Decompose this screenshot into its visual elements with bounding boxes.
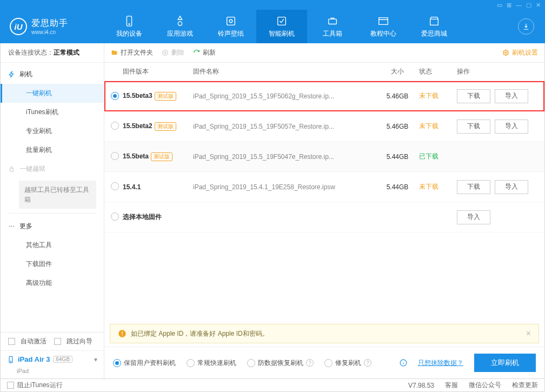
logo: iU 爱思助手 www.i4.cn — [0, 18, 104, 35]
erase-data-link[interactable]: 只想抹除数据？ — [418, 358, 463, 368]
status-link-update[interactable]: 检查更新 — [512, 381, 538, 390]
skip-guide-checkbox[interactable] — [54, 338, 61, 345]
col-status: 状态 — [419, 67, 457, 76]
nav-ring[interactable]: 铃声壁纸 — [205, 10, 256, 43]
firmware-row[interactable]: 15.5beta测试版iPad_Spring_2019_15.5_19F5047… — [104, 142, 544, 172]
fw-action-button[interactable]: 导入 — [495, 119, 528, 134]
sidebar-item-more-2[interactable]: 高级功能 — [1, 274, 104, 293]
fw-action-button[interactable]: 导入 — [495, 180, 528, 194]
device-row[interactable]: iPad Air 3 64GB ▾ — [1, 350, 104, 368]
download-indicator-icon[interactable] — [518, 18, 534, 35]
sidebar-item-flash-1[interactable]: iTunes刷机 — [1, 103, 104, 122]
open-folder-button[interactable]: 打开文件夹 — [111, 48, 153, 57]
nav-tools[interactable]: 工具箱 — [307, 10, 358, 43]
fw-version: 15.5beta3测试版 — [123, 92, 193, 101]
sidebar-group-jailbreak: 一键越狱 — [1, 160, 104, 178]
titlebar-grid-icon[interactable]: ⊞ — [507, 2, 511, 9]
flash-mode-option[interactable]: 防数据恢复刷机? — [247, 358, 314, 368]
firmware-row[interactable]: 选择本地固件导入 — [104, 202, 544, 232]
firmware-row[interactable]: 15.4.1iPad_Spring_2019_15.4.1_19E258_Res… — [104, 172, 544, 202]
sidebar-item-more-1[interactable]: 下载固件 — [1, 255, 104, 274]
fw-status: 未下载 — [419, 122, 457, 131]
firmware-list: 15.5beta3测试版iPad_Spring_2019_15.5_19F506… — [104, 81, 544, 321]
flash-mode-option[interactable]: 修复刷机? — [324, 358, 371, 368]
titlebar-min-icon[interactable]: — — [516, 2, 522, 8]
status-link-support[interactable]: 客服 — [445, 381, 458, 390]
dropdown-icon[interactable]: ▾ — [94, 356, 97, 363]
warning-icon — [118, 329, 127, 338]
firmware-row[interactable]: 15.5beta2测试版iPad_Spring_2019_15.5_19F505… — [104, 111, 544, 142]
skip-guide-label: 跳过向导 — [67, 337, 92, 346]
fw-action-button[interactable]: 导入 — [495, 89, 528, 103]
sidebar-group-flash-label: 刷机 — [19, 70, 32, 79]
device-name: iPad Air 3 — [18, 355, 50, 363]
mode-radio[interactable] — [324, 359, 333, 367]
flash-settings-button[interactable]: 刷机设置 — [502, 48, 538, 57]
flash-mode-option[interactable]: 常规快速刷机 — [187, 358, 236, 368]
sidebar-item-flash-0[interactable]: 一键刷机 — [1, 84, 104, 103]
sidebar-group-flash[interactable]: 刷机 — [1, 65, 104, 84]
start-flash-button[interactable]: 立即刷机 — [474, 354, 536, 372]
flash-mode-option[interactable]: 保留用户资料刷机 — [113, 358, 176, 368]
fw-radio[interactable] — [111, 122, 119, 130]
nav-device[interactable]: 我的设备 — [104, 10, 155, 43]
fw-radio[interactable] — [111, 152, 119, 160]
col-action: 操作 — [457, 67, 538, 76]
tip-close-icon[interactable]: × — [526, 329, 531, 338]
mode-radio[interactable] — [187, 359, 195, 367]
flash-mode-bar: 保留用户资料刷机常规快速刷机防数据恢复刷机?修复刷机? 只想抹除数据？ 立即刷机 — [104, 347, 544, 378]
svg-point-2 — [178, 21, 182, 25]
svg-point-10 — [13, 225, 14, 227]
nav-apps[interactable]: 应用游戏 — [155, 10, 205, 43]
fw-radio[interactable] — [111, 92, 119, 100]
fw-actions: 下载导入 — [457, 119, 538, 134]
sidebar-item-more-0[interactable]: 其他工具 — [1, 236, 104, 255]
fw-name: iPad_Spring_2019_15.5_19F5062g_Restore.i… — [193, 92, 376, 100]
auto-activate-checkbox[interactable] — [8, 338, 15, 345]
firmware-list-header: 固件版本 固件名称 大小 状态 操作 — [104, 63, 544, 81]
mode-radio[interactable] — [247, 359, 255, 367]
fw-version: 15.4.1 — [123, 183, 193, 191]
fw-size: 5.46GB — [376, 123, 419, 130]
connection-label: 设备连接状态： — [8, 48, 54, 57]
nav-store[interactable]: 爱思商城 — [409, 10, 460, 43]
titlebar-max-icon[interactable]: ▢ — [526, 2, 531, 9]
nav-label: 爱思商城 — [421, 29, 447, 38]
sidebar-group-more[interactable]: 更多 — [1, 217, 104, 236]
fw-actions: 下载导入 — [457, 89, 538, 103]
nav-tutorial[interactable]: 教程中心 — [358, 10, 409, 43]
refresh-button[interactable]: 刷新 — [193, 48, 216, 57]
delete-button: 删除 — [162, 48, 184, 57]
titlebar-card-icon[interactable]: ▭ — [497, 2, 502, 9]
mode-radio[interactable] — [113, 359, 121, 367]
fw-action-button[interactable]: 下载 — [457, 119, 490, 134]
col-size: 大小 — [376, 67, 419, 76]
fw-radio[interactable] — [111, 182, 119, 190]
sidebar-item-flash-3[interactable]: 批量刷机 — [1, 141, 104, 160]
fw-action-button[interactable]: 下载 — [457, 89, 490, 103]
statusbar: 阻止iTunes运行 V7.98.53 客服 微信公众号 检查更新 — [0, 379, 545, 392]
status-link-wechat[interactable]: 微信公众号 — [469, 381, 501, 390]
help-icon[interactable]: ? — [306, 359, 314, 367]
fw-status: 已下载 — [419, 152, 457, 161]
titlebar-close-icon[interactable]: ✕ — [536, 2, 541, 9]
svg-point-9 — [11, 225, 12, 227]
fw-radio[interactable] — [111, 212, 119, 221]
info-icon — [400, 359, 407, 367]
svg-point-12 — [10, 361, 11, 361]
nav-label: 铃声壁纸 — [218, 29, 244, 38]
fw-version: 15.5beta2测试版 — [123, 122, 193, 131]
fw-action-button[interactable]: 导入 — [457, 210, 490, 224]
auto-activate-label: 自动激活 — [21, 337, 46, 346]
content-area: 设备连接状态： 正常模式 刷机 一键刷机iTunes刷机专业刷机批量刷机 一键越… — [0, 43, 545, 379]
help-icon[interactable]: ? — [364, 359, 371, 367]
nav-flash[interactable]: 智能刷机 — [256, 10, 307, 43]
sidebar-bottom: 自动激活 跳过向导 iPad Air 3 64GB ▾ iPad — [1, 332, 104, 378]
sidebar-item-flash-2[interactable]: 专业刷机 — [1, 122, 104, 141]
svg-rect-16 — [122, 331, 122, 334]
tip-bar: 如已绑定 Apple ID，请准备好 Apple ID和密码。 × — [110, 324, 539, 343]
fw-action-button[interactable]: 下载 — [457, 180, 490, 194]
block-itunes-checkbox[interactable] — [7, 382, 14, 389]
ring-icon — [225, 15, 237, 27]
firmware-row[interactable]: 15.5beta3测试版iPad_Spring_2019_15.5_19F506… — [104, 81, 544, 111]
